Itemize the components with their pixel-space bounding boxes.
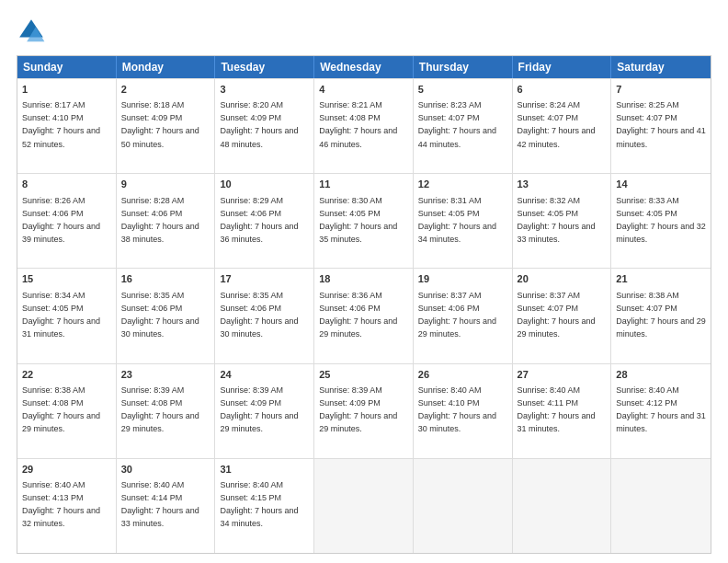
day-number: 31: [220, 463, 309, 477]
calendar-cell: 8Sunrise: 8:26 AMSunset: 4:06 PMDaylight…: [17, 174, 117, 268]
calendar-cell: 28Sunrise: 8:40 AMSunset: 4:12 PMDayligh…: [611, 364, 711, 458]
cell-info: Sunrise: 8:17 AMSunset: 4:10 PMDaylight:…: [22, 100, 100, 148]
header-friday: Friday: [513, 56, 612, 78]
page: Sunday Monday Tuesday Wednesday Thursday…: [0, 0, 728, 563]
calendar-cell: [314, 459, 414, 553]
calendar-cell: 13Sunrise: 8:32 AMSunset: 4:05 PMDayligh…: [513, 174, 612, 268]
cell-info: Sunrise: 8:32 AMSunset: 4:05 PMDaylight:…: [518, 196, 596, 244]
day-number: 30: [121, 463, 210, 477]
cell-info: Sunrise: 8:39 AMSunset: 4:09 PMDaylight:…: [220, 385, 298, 433]
calendar-body: 1Sunrise: 8:17 AMSunset: 4:10 PMDaylight…: [17, 78, 711, 553]
header-saturday: Saturday: [611, 56, 711, 78]
cell-info: Sunrise: 8:35 AMSunset: 4:06 PMDaylight:…: [121, 291, 199, 339]
logo-icon: [17, 17, 46, 46]
logo: [17, 17, 51, 46]
day-number: 2: [121, 83, 210, 97]
cell-info: Sunrise: 8:21 AMSunset: 4:08 PMDaylight:…: [319, 100, 397, 148]
day-number: 5: [418, 83, 507, 97]
cell-info: Sunrise: 8:31 AMSunset: 4:05 PMDaylight:…: [418, 196, 496, 244]
day-number: 15: [22, 272, 111, 286]
calendar-cell: 9Sunrise: 8:28 AMSunset: 4:06 PMDaylight…: [117, 174, 216, 268]
day-number: 3: [220, 83, 309, 97]
cell-info: Sunrise: 8:33 AMSunset: 4:05 PMDaylight:…: [616, 196, 706, 244]
cell-info: Sunrise: 8:37 AMSunset: 4:07 PMDaylight:…: [518, 291, 596, 339]
header-monday: Monday: [117, 56, 216, 78]
day-number: 8: [22, 178, 111, 191]
calendar-cell: 21Sunrise: 8:38 AMSunset: 4:07 PMDayligh…: [611, 269, 711, 362]
cell-info: Sunrise: 8:40 AMSunset: 4:15 PMDaylight:…: [220, 480, 298, 528]
calendar-cell: 27Sunrise: 8:40 AMSunset: 4:11 PMDayligh…: [513, 364, 612, 458]
calendar-cell: 12Sunrise: 8:31 AMSunset: 4:05 PMDayligh…: [414, 174, 513, 268]
day-number: 22: [22, 368, 111, 382]
calendar-cell: 19Sunrise: 8:37 AMSunset: 4:06 PMDayligh…: [414, 269, 513, 362]
calendar-cell: 5Sunrise: 8:23 AMSunset: 4:07 PMDaylight…: [414, 79, 513, 173]
cell-info: Sunrise: 8:38 AMSunset: 4:08 PMDaylight:…: [22, 385, 100, 433]
calendar-cell: 24Sunrise: 8:39 AMSunset: 4:09 PMDayligh…: [215, 364, 314, 458]
day-number: 7: [616, 83, 706, 97]
calendar-cell: 22Sunrise: 8:38 AMSunset: 4:08 PMDayligh…: [17, 364, 117, 458]
cell-info: Sunrise: 8:35 AMSunset: 4:06 PMDaylight:…: [220, 291, 298, 339]
calendar-cell: 30Sunrise: 8:40 AMSunset: 4:14 PMDayligh…: [117, 459, 216, 553]
day-number: 1: [22, 83, 111, 97]
day-number: 28: [616, 368, 706, 382]
calendar-week-4: 22Sunrise: 8:38 AMSunset: 4:08 PMDayligh…: [17, 363, 711, 458]
header-sunday: Sunday: [17, 56, 117, 78]
cell-info: Sunrise: 8:23 AMSunset: 4:07 PMDaylight:…: [418, 100, 496, 148]
calendar-cell: 1Sunrise: 8:17 AMSunset: 4:10 PMDaylight…: [17, 79, 117, 173]
day-number: 19: [418, 272, 507, 286]
header: [17, 17, 711, 46]
calendar-cell: 26Sunrise: 8:40 AMSunset: 4:10 PMDayligh…: [414, 364, 513, 458]
calendar-cell: 31Sunrise: 8:40 AMSunset: 4:15 PMDayligh…: [215, 459, 314, 553]
calendar-cell: 11Sunrise: 8:30 AMSunset: 4:05 PMDayligh…: [314, 174, 414, 268]
calendar-week-3: 15Sunrise: 8:34 AMSunset: 4:05 PMDayligh…: [17, 268, 711, 362]
cell-info: Sunrise: 8:40 AMSunset: 4:14 PMDaylight:…: [121, 480, 199, 528]
calendar-cell: [414, 459, 513, 553]
day-number: 27: [518, 368, 607, 382]
header-wednesday: Wednesday: [314, 56, 414, 78]
day-number: 18: [319, 272, 408, 286]
cell-info: Sunrise: 8:25 AMSunset: 4:07 PMDaylight:…: [616, 100, 706, 148]
calendar-cell: 23Sunrise: 8:39 AMSunset: 4:08 PMDayligh…: [117, 364, 216, 458]
calendar-cell: 20Sunrise: 8:37 AMSunset: 4:07 PMDayligh…: [513, 269, 612, 362]
day-number: 10: [220, 178, 309, 191]
day-number: 17: [220, 272, 309, 286]
cell-info: Sunrise: 8:20 AMSunset: 4:09 PMDaylight:…: [220, 100, 298, 148]
day-number: 24: [220, 368, 309, 382]
day-number: 26: [418, 368, 507, 382]
cell-info: Sunrise: 8:39 AMSunset: 4:09 PMDaylight:…: [319, 385, 397, 433]
calendar-cell: 6Sunrise: 8:24 AMSunset: 4:07 PMDaylight…: [513, 79, 612, 173]
calendar-week-2: 8Sunrise: 8:26 AMSunset: 4:06 PMDaylight…: [17, 173, 711, 268]
day-number: 12: [418, 178, 507, 191]
day-number: 14: [616, 178, 706, 191]
day-number: 21: [616, 272, 706, 286]
cell-info: Sunrise: 8:34 AMSunset: 4:05 PMDaylight:…: [22, 291, 100, 339]
calendar-cell: 17Sunrise: 8:35 AMSunset: 4:06 PMDayligh…: [215, 269, 314, 362]
cell-info: Sunrise: 8:36 AMSunset: 4:06 PMDaylight:…: [319, 291, 397, 339]
calendar-cell: 2Sunrise: 8:18 AMSunset: 4:09 PMDaylight…: [117, 79, 216, 173]
calendar-cell: 4Sunrise: 8:21 AMSunset: 4:08 PMDaylight…: [314, 79, 414, 173]
cell-info: Sunrise: 8:26 AMSunset: 4:06 PMDaylight:…: [22, 196, 100, 244]
header-tuesday: Tuesday: [215, 56, 314, 78]
day-number: 16: [121, 272, 210, 286]
header-thursday: Thursday: [414, 56, 513, 78]
cell-info: Sunrise: 8:40 AMSunset: 4:10 PMDaylight:…: [418, 385, 496, 433]
calendar-cell: 15Sunrise: 8:34 AMSunset: 4:05 PMDayligh…: [17, 269, 117, 362]
cell-info: Sunrise: 8:18 AMSunset: 4:09 PMDaylight:…: [121, 100, 199, 148]
cell-info: Sunrise: 8:37 AMSunset: 4:06 PMDaylight:…: [418, 291, 496, 339]
calendar-week-5: 29Sunrise: 8:40 AMSunset: 4:13 PMDayligh…: [17, 458, 711, 553]
cell-info: Sunrise: 8:28 AMSunset: 4:06 PMDaylight:…: [121, 196, 199, 244]
calendar-cell: 16Sunrise: 8:35 AMSunset: 4:06 PMDayligh…: [117, 269, 216, 362]
cell-info: Sunrise: 8:39 AMSunset: 4:08 PMDaylight:…: [121, 385, 199, 433]
calendar-cell: 29Sunrise: 8:40 AMSunset: 4:13 PMDayligh…: [17, 459, 117, 553]
day-number: 23: [121, 368, 210, 382]
cell-info: Sunrise: 8:30 AMSunset: 4:05 PMDaylight:…: [319, 196, 397, 244]
calendar-cell: 3Sunrise: 8:20 AMSunset: 4:09 PMDaylight…: [215, 79, 314, 173]
calendar-week-1: 1Sunrise: 8:17 AMSunset: 4:10 PMDaylight…: [17, 78, 711, 173]
calendar-cell: 18Sunrise: 8:36 AMSunset: 4:06 PMDayligh…: [314, 269, 414, 362]
calendar-cell: [611, 459, 711, 553]
day-number: 29: [22, 463, 111, 477]
calendar-cell: 25Sunrise: 8:39 AMSunset: 4:09 PMDayligh…: [314, 364, 414, 458]
cell-info: Sunrise: 8:29 AMSunset: 4:06 PMDaylight:…: [220, 196, 298, 244]
day-number: 25: [319, 368, 408, 382]
cell-info: Sunrise: 8:24 AMSunset: 4:07 PMDaylight:…: [518, 100, 596, 148]
